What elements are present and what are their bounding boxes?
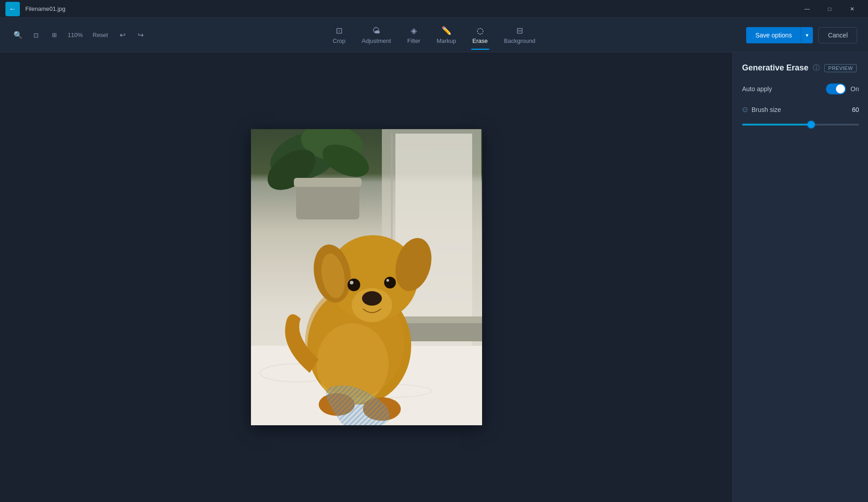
svg-point-25 xyxy=(362,291,382,306)
canvas-area[interactable] xyxy=(0,52,733,502)
crop-label: Crop xyxy=(333,37,345,44)
window-title: Filename01.jpg xyxy=(25,5,65,12)
brush-size-slider[interactable] xyxy=(742,124,859,126)
erase-label: Erase xyxy=(473,37,488,44)
dropdown-arrow-icon: ▾ xyxy=(806,32,808,38)
markup-icon: ✏️ xyxy=(441,26,451,36)
cancel-button[interactable]: Cancel xyxy=(818,27,857,43)
save-options-group: Save options ▾ xyxy=(746,27,813,43)
reset-button[interactable]: Reset xyxy=(89,30,111,40)
dog-photo xyxy=(251,129,482,425)
background-icon: ⊟ xyxy=(516,26,523,36)
maximize-icon: □ xyxy=(828,6,831,12)
aspect-ratio-button[interactable]: ⊞ xyxy=(47,28,61,42)
brush-slider-container xyxy=(742,119,859,127)
svg-point-28 xyxy=(350,281,353,284)
tool-filter[interactable]: ◈ Filter xyxy=(400,22,427,48)
toggle-group: On xyxy=(826,84,859,94)
auto-apply-label: Auto apply xyxy=(742,85,772,93)
panel-header: Generative Erase ⓘ PREVIEW xyxy=(742,63,859,73)
redo-icon: ↪ xyxy=(138,31,144,39)
title-bar: ← Filename01.jpg — □ ✕ xyxy=(0,0,868,18)
tool-erase[interactable]: ◌ Erase xyxy=(465,22,495,48)
zoom-out-icon: 🔍 xyxy=(14,31,23,39)
adjustment-icon: 🌤 xyxy=(372,26,381,36)
adjustment-label: Adjustment xyxy=(362,37,391,44)
close-button[interactable]: ✕ xyxy=(842,2,863,16)
brush-icon: ⊙ xyxy=(742,105,748,114)
zoom-level: 110% xyxy=(65,32,85,38)
fit-icon: ⊡ xyxy=(33,32,39,39)
save-dropdown-button[interactable]: ▾ xyxy=(801,27,813,43)
brush-size-label: Brush size xyxy=(752,106,781,113)
auto-apply-row: Auto apply On xyxy=(742,84,859,94)
close-icon: ✕ xyxy=(850,6,854,12)
main-toolbar: 🔍 ⊡ ⊞ 110% Reset ↩ ↪ ⊡ Crop 🌤 Adjustment… xyxy=(0,18,868,52)
markup-label: Markup xyxy=(436,37,456,44)
svg-point-29 xyxy=(386,279,389,282)
brush-label-group: ⊙ Brush size xyxy=(742,105,781,114)
minimize-icon: — xyxy=(804,6,810,12)
back-icon: ← xyxy=(9,5,16,13)
filter-icon: ◈ xyxy=(411,26,417,36)
zoom-out-button[interactable]: 🔍 xyxy=(11,28,25,42)
tool-markup[interactable]: ✏️ Markup xyxy=(429,22,463,48)
svg-rect-8 xyxy=(294,178,362,187)
main-area: Generative Erase ⓘ PREVIEW Auto apply On… xyxy=(0,52,868,502)
image-container xyxy=(251,129,482,425)
brush-size-value: 60 xyxy=(852,106,859,113)
tool-background[interactable]: ⊟ Background xyxy=(497,22,543,48)
panel-title: Generative Erase xyxy=(742,63,808,73)
minimize-button[interactable]: — xyxy=(797,2,817,16)
toolbar-right: Save options ▾ Cancel xyxy=(746,27,857,43)
window-controls: — □ ✕ xyxy=(797,2,863,16)
tool-selector: ⊡ Crop 🌤 Adjustment ◈ Filter ✏️ Markup ◌… xyxy=(325,22,543,48)
erase-icon: ◌ xyxy=(477,26,484,36)
right-panel: Generative Erase ⓘ PREVIEW Auto apply On… xyxy=(733,52,868,502)
crop-icon: ⊡ xyxy=(336,26,343,36)
preview-badge: PREVIEW xyxy=(824,64,857,72)
save-options-button[interactable]: Save options xyxy=(746,27,801,43)
maximize-button[interactable]: □ xyxy=(819,2,840,16)
toggle-knob xyxy=(836,84,845,93)
back-button[interactable]: ← xyxy=(5,2,20,16)
fit-view-button[interactable]: ⊡ xyxy=(29,28,43,42)
tool-adjustment[interactable]: 🌤 Adjustment xyxy=(354,23,398,48)
filter-label: Filter xyxy=(407,37,420,44)
toolbar-left: 🔍 ⊡ ⊞ 110% Reset ↩ ↪ xyxy=(11,28,148,42)
toggle-state-label: On xyxy=(850,85,859,93)
info-icon[interactable]: ⓘ xyxy=(813,64,820,72)
redo-button[interactable]: ↪ xyxy=(133,28,148,42)
undo-button[interactable]: ↩ xyxy=(115,28,130,42)
aspect-icon: ⊞ xyxy=(52,32,57,38)
auto-apply-toggle[interactable] xyxy=(826,84,846,94)
brush-size-section: ⊙ Brush size 60 xyxy=(742,105,859,127)
undo-icon: ↩ xyxy=(120,31,125,39)
brush-size-row: ⊙ Brush size 60 xyxy=(742,105,859,114)
svg-point-26 xyxy=(348,279,360,291)
background-label: Background xyxy=(504,37,535,44)
svg-point-27 xyxy=(384,277,396,288)
tool-crop[interactable]: ⊡ Crop xyxy=(325,22,353,48)
